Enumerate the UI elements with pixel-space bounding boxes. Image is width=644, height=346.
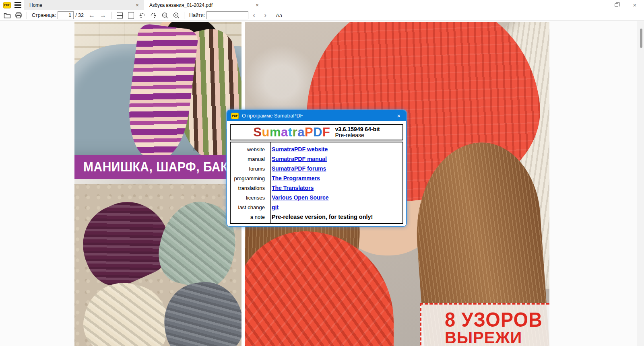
wordmark-letter: a: [281, 125, 288, 139]
licenses-link[interactable]: Various Open Source: [272, 194, 329, 201]
sumatrapdf-window: PDF Home × Азбука вязания_01-2024.pdf × …: [0, 0, 644, 346]
wordmark-letter: S: [253, 125, 262, 139]
wordmark-letter: m: [270, 125, 281, 139]
about-logo-box: SumatraPDF v3.6.15949 64-bit Pre-release: [230, 124, 403, 140]
tab-document-close-icon[interactable]: ×: [254, 2, 260, 8]
minimize-button[interactable]: [588, 0, 607, 10]
rotate-right-button[interactable]: [149, 11, 158, 20]
layout-single-button[interactable]: [126, 11, 136, 20]
about-dialog: PDF О программе SumatraPDF × SumatraPDF …: [227, 110, 407, 227]
cover-promo-box: 8 УЗОРОВ ВЫРЕЖИ: [420, 303, 549, 346]
translators-link[interactable]: The Translators: [272, 185, 314, 191]
row-label: website: [231, 146, 268, 152]
wordmark-letter: r: [293, 125, 298, 139]
app-logo-icon: PDF: [3, 2, 11, 8]
cover-promo-line2: ВЫРЕЖИ: [445, 329, 549, 346]
zoom-out-button[interactable]: [160, 11, 169, 20]
zoom-in-button[interactable]: [171, 11, 181, 20]
tab-document[interactable]: Азбука вязания_01-2024.pdf ×: [144, 0, 264, 10]
cover-photo-hats: [74, 184, 242, 346]
row-label: a note: [231, 214, 268, 220]
folder-icon: [4, 12, 11, 19]
about-dialog-titlebar[interactable]: PDF О программе SumatraPDF ×: [227, 110, 406, 121]
document-canvas[interactable]: МАНИШКА, ШАРФ, БАКТУ: [0, 21, 644, 346]
programmers-link[interactable]: The Programmers: [272, 175, 320, 181]
version-channel: Pre-release: [335, 132, 380, 138]
cover-banner-text: МАНИШКА, ШАРФ, БАКТУ: [74, 160, 242, 175]
scrollbar-thumb[interactable]: [640, 29, 642, 48]
row-label: forums: [231, 166, 268, 172]
match-case-button[interactable]: Aa: [274, 11, 284, 20]
about-dialog-title: О программе SumatraPDF: [242, 113, 395, 119]
find-input[interactable]: [206, 11, 248, 19]
version-number: v3.6.15949 64-bit: [335, 126, 380, 132]
find-next-button[interactable]: ›: [260, 11, 270, 20]
toolbar-separator: [184, 12, 184, 19]
zoom-in-icon: [173, 12, 180, 19]
tab-home[interactable]: Home ×: [24, 0, 144, 10]
single-page-icon: [128, 12, 134, 19]
close-icon: ×: [633, 2, 637, 8]
about-row-manual: manual SumatraPDF manual: [231, 154, 402, 164]
about-row-forums: forums SumatraPDF forums: [231, 164, 402, 173]
find-label: Найти:: [189, 12, 205, 18]
layout-facing-button[interactable]: [115, 11, 124, 20]
chevron-left-icon: ‹: [250, 11, 258, 19]
forums-link[interactable]: SumatraPDF forums: [272, 165, 326, 172]
page-total-label: / 32: [75, 12, 84, 18]
tab-document-label: Азбука вязания_01-2024.pdf: [149, 2, 254, 8]
next-page-button[interactable]: →: [98, 11, 108, 20]
about-row-website: website SumatraPDF website: [231, 144, 402, 154]
row-label: manual: [231, 156, 268, 162]
about-row-programming: programming The Programmers: [231, 173, 402, 183]
about-dialog-close-icon[interactable]: ×: [395, 112, 402, 119]
manual-link[interactable]: SumatraPDF manual: [272, 156, 327, 162]
maximize-icon: [615, 3, 618, 7]
tab-home-close-icon[interactable]: ×: [134, 2, 140, 8]
find-previous-button[interactable]: ‹: [249, 11, 259, 20]
row-label: last change: [231, 204, 268, 210]
vertical-scrollbar[interactable]: [638, 21, 644, 346]
wordmark-letter: F: [322, 125, 330, 139]
back-arrow-icon: ←: [89, 12, 95, 19]
row-label: translations: [231, 185, 268, 191]
rotate-left-button[interactable]: [137, 11, 147, 20]
wordmark-letter: t: [288, 125, 293, 139]
forward-arrow-icon: →: [100, 12, 106, 19]
menu-icon[interactable]: [13, 2, 24, 9]
toolbar-separator: [27, 12, 27, 19]
row-label: licenses: [231, 195, 268, 201]
open-file-button[interactable]: [2, 11, 12, 20]
print-button[interactable]: [14, 11, 23, 20]
rotate-right-icon: [150, 12, 157, 19]
window-controls: ×: [588, 0, 644, 10]
facing-pages-icon: [117, 12, 123, 19]
wordmark-letter: u: [262, 125, 269, 139]
cover-banner: МАНИШКА, ШАРФ, БАКТУ: [74, 155, 242, 179]
page-label: Страница:: [32, 12, 56, 18]
close-button[interactable]: ×: [625, 0, 644, 10]
row-label: programming: [231, 175, 268, 181]
wordmark-letter: P: [305, 125, 313, 139]
cover-divider: [74, 179, 242, 184]
printer-icon: [15, 12, 22, 19]
cover-photo-scarf: [74, 22, 242, 155]
about-dialog-body: SumatraPDF v3.6.15949 64-bit Pre-release…: [227, 121, 406, 227]
website-link[interactable]: SumatraPDF website: [272, 146, 328, 152]
git-link[interactable]: git: [272, 204, 279, 210]
tab-bar: PDF Home × Азбука вязания_01-2024.pdf × …: [0, 0, 644, 10]
previous-page-button[interactable]: ←: [87, 11, 97, 20]
minimize-icon: [596, 5, 600, 5]
page-number-input[interactable]: [58, 11, 74, 19]
toolbar-separator: [111, 12, 111, 19]
maximize-button[interactable]: [607, 0, 625, 10]
app-logo-icon: PDF: [231, 113, 239, 119]
zoom-out-icon: [161, 12, 168, 19]
about-links-box: website SumatraPDF website manual Sumatr…: [230, 142, 403, 224]
wordmark-letter: D: [313, 125, 322, 139]
about-row-last-change: last change git: [231, 202, 402, 212]
version-block: v3.6.15949 64-bit Pre-release: [335, 126, 380, 138]
cover-promo-line1: 8 УЗОРОВ: [445, 310, 549, 330]
about-row-licenses: licenses Various Open Source: [231, 193, 402, 202]
wordmark-letter: a: [297, 125, 305, 139]
